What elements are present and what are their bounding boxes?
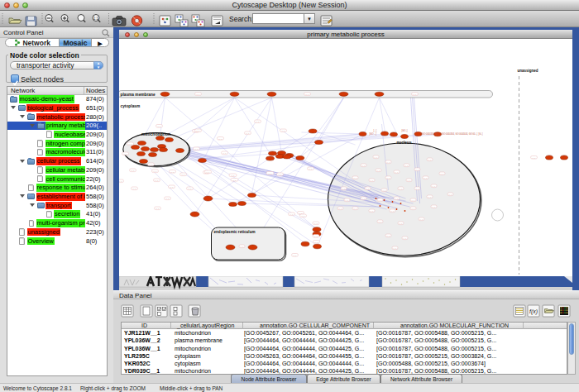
- svg-text:[...]: [...]: [420, 218, 423, 221]
- svg-text:[...]: [...]: [294, 255, 297, 257]
- svg-text:[...]: [...]: [379, 221, 382, 223]
- svg-text:[...]: [...]: [362, 198, 366, 200]
- svg-text:[...]: [...]: [290, 213, 294, 216]
- svg-text:[...]: [...]: [346, 199, 349, 202]
- svg-text:[...]: [...]: [391, 210, 395, 213]
- svg-text:[...]: [...]: [129, 143, 132, 146]
- svg-text:[...]: [...]: [395, 171, 399, 174]
- svg-text:[...]: [...]: [387, 177, 390, 179]
- svg-text:[...]: [...]: [394, 247, 397, 250]
- svg-text:[...]: [...]: [223, 152, 227, 155]
- svg-text:[...]: [...]: [158, 126, 161, 128]
- svg-text:[...]: [...]: [424, 177, 428, 179]
- svg-text:[...]: [...]: [197, 130, 200, 132]
- svg-text:[...]: [...]: [379, 199, 382, 202]
- svg-text:plasma membrane: plasma membrane: [121, 93, 156, 97]
- svg-text:[GO..]: [GO..]: [402, 129, 408, 132]
- svg-text:[...]: [...]: [374, 129, 377, 132]
- svg-text:[...]: [...]: [375, 156, 378, 159]
- svg-text:[...]: [...]: [428, 196, 432, 198]
- svg-text:[...]: [...]: [256, 121, 260, 123]
- svg-text:[...]: [...]: [219, 138, 223, 141]
- svg-text:[...]: [...]: [441, 173, 444, 175]
- svg-text:[...]: [...]: [150, 164, 153, 166]
- svg-text:[...]: [...]: [404, 237, 407, 240]
- svg-text:mitochondrion: mitochondrion: [141, 131, 170, 136]
- svg-text:[...]: [...]: [195, 148, 199, 151]
- svg-text:[...]: [...]: [387, 235, 390, 237]
- svg-text:[...]: [...]: [405, 165, 409, 167]
- svg-text:[G..]: [G..]: [479, 132, 483, 136]
- svg-text:[...]: [...]: [414, 93, 417, 96]
- svg-text:[...]: [...]: [408, 179, 411, 182]
- svg-text:[...]: [...]: [433, 185, 436, 188]
- svg-text:[...]: [...]: [412, 208, 415, 210]
- svg-text:[GO:...]: [GO:...]: [370, 132, 377, 136]
- svg-text:[...]: [...]: [119, 180, 122, 183]
- svg-text:f(x): f(x): [529, 308, 538, 315]
- svg-text:[...]: [...]: [132, 170, 135, 172]
- svg-text:[...]: [...]: [269, 173, 272, 175]
- svg-text:[...]: [...]: [314, 236, 318, 238]
- svg-text:[...]: [...]: [282, 130, 285, 132]
- svg-text:1:1: 1:1: [93, 17, 99, 21]
- svg-text:[GO:0044464, GO..]: [GO:0044464, GO..]: [422, 132, 441, 136]
- svg-text:[...]: [...]: [449, 194, 452, 196]
- svg-text:[...]: [...]: [387, 161, 390, 164]
- svg-text:[...]: [...]: [339, 208, 342, 210]
- svg-text:[...]: [...]: [306, 93, 309, 96]
- svg-text:[...]: [...]: [232, 174, 235, 177]
- svg-text:[...]: [...]: [197, 93, 200, 96]
- svg-text:[...]: [...]: [416, 169, 419, 171]
- svg-text:[...]: [...]: [241, 246, 244, 248]
- svg-text:[...]: [...]: [416, 188, 419, 190]
- svg-text:[...]: [...]: [400, 222, 403, 225]
- svg-text:[...]: [...]: [342, 188, 346, 190]
- svg-text:[...]: [...]: [171, 171, 175, 174]
- svg-text:[...]: [...]: [154, 170, 157, 173]
- svg-text:nucleus: nucleus: [396, 141, 411, 145]
- svg-text:unassigned: unassigned: [518, 69, 538, 73]
- svg-text:endoplasmic reticulum: endoplasmic reticulum: [214, 230, 256, 234]
- svg-text:[...]: [...]: [533, 157, 536, 160]
- svg-text:[...]: [...]: [166, 198, 170, 200]
- svg-text:[...]: [...]: [315, 241, 318, 244]
- svg-text:[...]: [...]: [314, 222, 318, 225]
- svg-text:[...]: [...]: [233, 179, 237, 182]
- svg-text:[...]: [...]: [383, 189, 386, 192]
- svg-text:cytoplasm: cytoplasm: [121, 104, 141, 108]
- svg-text:[...]: [...]: [366, 188, 370, 190]
- svg-text:[...]: [...]: [371, 210, 374, 213]
- svg-text:[...]: [...]: [302, 215, 305, 218]
- svg-text:[...]: [...]: [279, 174, 282, 176]
- svg-text:[...]: [...]: [156, 179, 159, 182]
- svg-text:[...]: [...]: [354, 208, 357, 210]
- svg-text:[...]: [...]: [362, 165, 366, 167]
- svg-text:[GO:0044464, GO:0044444, GO:00: [GO:0044464, GO:0044444, GO:00...]: [442, 132, 478, 136]
- svg-text:[...]: [...]: [246, 132, 250, 135]
- svg-text:[...]: [...]: [170, 186, 174, 189]
- svg-text:[...]: [...]: [124, 153, 127, 155]
- svg-text:[...]: [...]: [354, 177, 357, 179]
- svg-text:[...]: [...]: [309, 168, 313, 170]
- svg-text:[...]: [...]: [428, 159, 432, 161]
- svg-text:[...]: [...]: [207, 171, 210, 174]
- svg-text:[...]: [...]: [433, 206, 436, 208]
- svg-text:[...]: [...]: [371, 179, 374, 182]
- svg-text:[...]: [...]: [156, 208, 160, 210]
- svg-text:[...]: [...]: [133, 188, 136, 190]
- svg-text:[...]: [...]: [395, 198, 399, 200]
- svg-text:[...]: [...]: [182, 174, 185, 176]
- svg-text:[...]: [...]: [400, 188, 403, 190]
- svg-text:[...]: [...]: [412, 199, 415, 202]
- svg-text:[...]: [...]: [189, 188, 192, 190]
- svg-text:[...]: [...]: [377, 170, 380, 172]
